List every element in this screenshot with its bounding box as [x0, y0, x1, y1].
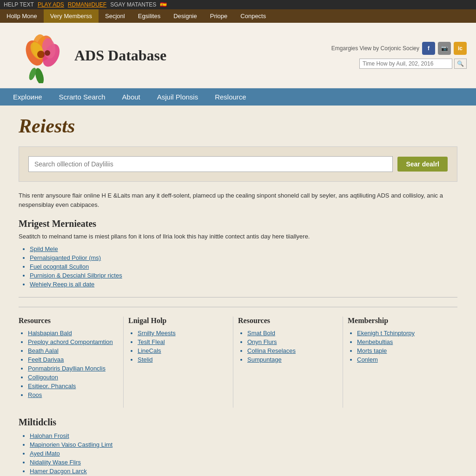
site-title: ADS Database	[74, 47, 166, 64]
list-item[interactable]: Mapinorien Vaiso Castling Limt	[30, 441, 457, 448]
footer-col-list: Srnilty Meests Teslt Fleal LineCals Stel…	[128, 330, 228, 363]
header: ADS Database Emgargies View by Corjonic …	[0, 23, 476, 88]
blue-nav-asjuil[interactable]: Asjuil Plonsis	[149, 88, 206, 106]
footer-col-title: Resources	[238, 317, 338, 325]
list-item[interactable]: Teslt Fleal	[138, 338, 228, 345]
list-item[interactable]: Menbebultias	[357, 338, 453, 345]
list-item[interactable]: Halohan Frosit	[30, 432, 457, 439]
list-item[interactable]: Beath Aalal	[28, 347, 119, 354]
nav-item-designie[interactable]: Designie	[167, 9, 204, 23]
list-item[interactable]: Colligouton	[28, 374, 119, 381]
main-search-button[interactable]: Sear dealrl	[397, 157, 448, 172]
blue-nav: Exploине Scrarto Search About Asjuil Plo…	[0, 88, 476, 106]
list-item[interactable]: Ponmabriris Dayllian Monclis	[28, 365, 119, 372]
miltidclis-heading: Miltidclis	[19, 417, 457, 428]
section-divider	[19, 297, 457, 298]
nav-item-hollp[interactable]: Hollp Mone	[0, 9, 44, 23]
list-item[interactable]: Fuel ocogntall Scullon	[30, 263, 457, 270]
list-item[interactable]: Feelt Darivaa	[28, 356, 119, 363]
list-item[interactable]: Spild Mele	[30, 245, 457, 252]
list-item[interactable]: Morts taple	[357, 347, 453, 354]
list-item[interactable]: LineCals	[138, 347, 228, 354]
footer-col-title: Membership	[348, 317, 453, 325]
list-item[interactable]: Collina Reselaces	[247, 347, 338, 354]
flower-logo	[9, 27, 70, 83]
main-bullet-list: Spild Mele Pernalsiganted Polior (ms) Fu…	[19, 245, 457, 288]
footer-columns: Resources Halsbapian Bald Preploy achord…	[19, 307, 457, 408]
footer-col-list: Ekenigh t Tchinptorpy Menbebultias Morts…	[348, 330, 453, 363]
footer-col-list: Smat Bold Onyn Flurs Collina Reselaces S…	[238, 330, 338, 363]
list-item[interactable]: Halsbapian Bald	[28, 330, 119, 337]
nav-item-priope[interactable]: Priope	[204, 9, 234, 23]
nav-item-very[interactable]: Very Memberss	[44, 9, 99, 23]
list-item[interactable]: Purnision & Desciahl Silbripr rictes	[30, 272, 457, 279]
top-bar-suffix: SGAY MATANTES	[110, 1, 156, 8]
nav-item-egsilites[interactable]: Egsilites	[132, 9, 167, 23]
facebook-icon[interactable]: f	[422, 42, 435, 55]
list-item[interactable]: Preploy achord Compontamtion	[28, 338, 119, 345]
list-item[interactable]: Esitieor. Phancals	[28, 383, 119, 390]
main-search-input[interactable]	[28, 156, 393, 172]
list-item[interactable]: Pernalsiganted Polior (ms)	[30, 254, 457, 261]
ic-icon[interactable]: ic	[454, 42, 467, 55]
top-bar-link[interactable]: PLAY ADS	[38, 1, 64, 8]
footer-col-membership: Membership Ekenigh t Tchinptorpy Menbebu…	[348, 317, 457, 408]
list-item[interactable]: Roos	[28, 391, 119, 398]
list-item[interactable]: Nidaliity Wase Flirs	[30, 459, 457, 466]
footer-col-list: Halsbapian Bald Preploy achord Compontam…	[19, 330, 119, 398]
page-heading: Reiests	[19, 115, 457, 137]
desc-text: This rentr anysoure flair online H E &La…	[19, 191, 457, 209]
subtext: Seatitch to melnand tame is miest pllans…	[19, 233, 457, 240]
nav-bar: Hollp Mone Very Memberss Secjonl Egsilit…	[0, 9, 476, 23]
list-item[interactable]: Onyn Flurs	[247, 338, 338, 345]
list-item[interactable]: Conlem	[357, 356, 453, 363]
footer-col-title: Lnigal Holp	[128, 317, 228, 325]
photo-icon[interactable]: 📷	[438, 42, 451, 55]
logo-area: ADS Database	[9, 27, 166, 83]
header-right: Emgargies View by Corjonic Sociey f 📷 ic…	[331, 42, 467, 69]
social-links: Emgargies View by Corjonic Sociey f 📷 ic	[331, 42, 467, 55]
list-item[interactable]: Hamer Dacgon Larck	[30, 468, 457, 475]
list-item[interactable]: Ayed iMato	[30, 450, 457, 457]
top-bar: HELP TEXT PLAY ADS RDMAN#DUEF SGAY MATAN…	[0, 0, 476, 9]
header-search: 🔍	[359, 59, 467, 69]
footer-col-resources2: Resources Smat Bold Onyn Flurs Collina R…	[238, 317, 343, 408]
footer-col-lnigal: Lnigal Holp Srnilty Meests Teslt Fleal L…	[128, 317, 233, 408]
subheading: Mrigest Mernieates	[19, 218, 457, 229]
footer-col-title: Resources	[19, 317, 119, 325]
blue-nav-explore[interactable]: Exploине	[5, 88, 51, 106]
search-area: Sear dealrl	[19, 146, 457, 182]
list-item[interactable]: Wehiely Reep is all date	[30, 281, 457, 288]
svg-point-9	[45, 50, 50, 56]
social-text: Emgargies View by Corjonic Sociey	[331, 45, 419, 52]
blue-nav-reslource[interactable]: Reslource	[206, 88, 255, 106]
header-search-input[interactable]	[359, 59, 452, 69]
miltidclis-list: Halohan Frosit Mapinorien Vaiso Castling…	[19, 432, 457, 476]
list-item[interactable]: Stelid	[138, 356, 228, 363]
top-bar-link2[interactable]: RDMAN#DUEF	[68, 1, 106, 8]
svg-point-8	[37, 51, 45, 58]
header-search-button[interactable]: 🔍	[454, 59, 467, 69]
nav-item-secjonl[interactable]: Secjonl	[99, 9, 132, 23]
nav-item-conpects[interactable]: Conpects	[234, 9, 272, 23]
miltidclis-section: Miltidclis Halohan Frosit Mapinorien Vai…	[19, 417, 457, 476]
list-item[interactable]: Ekenigh t Tchinptorpy	[357, 330, 453, 337]
footer-col-resources1: Resources Halsbapian Bald Preploy achord…	[19, 317, 124, 408]
blue-nav-about[interactable]: About	[114, 88, 149, 106]
list-item[interactable]: Srnilty Meests	[138, 330, 228, 337]
main-content: Reiests Sear dealrl This rentr anysoure …	[0, 106, 476, 476]
top-bar-text: HELP TEXT	[4, 1, 34, 8]
flag-icon: 🇪🇸	[160, 1, 167, 8]
list-item[interactable]: Sumpuntage	[247, 356, 338, 363]
blue-nav-scrarto[interactable]: Scrarto Search	[51, 88, 114, 106]
list-item[interactable]: Smat Bold	[247, 330, 338, 337]
